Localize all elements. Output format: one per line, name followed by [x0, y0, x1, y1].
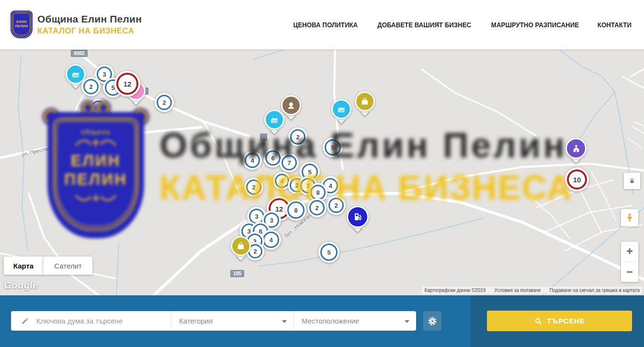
map-cluster-marker[interactable]: 2: [244, 178, 263, 197]
map-type-control: Карта Сателит: [4, 257, 92, 275]
header: ЕЛИН ПЕЛИН Община Елин Пелин КАТАЛОГ НА …: [0, 0, 644, 50]
map-cluster-marker[interactable]: 7: [280, 153, 299, 172]
gear-icon: [427, 316, 438, 326]
pencil-icon: [21, 316, 30, 325]
search-submit-label: ТЪРСЕНЕ: [547, 317, 585, 325]
search-submit-button[interactable]: ТЪРСЕНЕ: [487, 311, 632, 331]
keyword-field: [11, 311, 171, 331]
municipality-crest-icon: ЕЛИН ПЕЛИН: [11, 11, 33, 38]
chevron-down-icon: [282, 320, 287, 323]
map-pin-factory[interactable]: [331, 99, 351, 123]
advanced-search-button[interactable]: [423, 311, 441, 331]
google-map[interactable]: 6002105ул. Преславбул. „Новоселци3251222…: [0, 50, 644, 295]
search-fields-group: Категория Местоположение: [11, 311, 416, 331]
map-cluster-marker[interactable]: 4: [243, 151, 262, 170]
map-cluster-marker[interactable]: 5: [323, 137, 343, 157]
zoom-control: + −: [621, 242, 638, 282]
search-bar: Категория Местоположение ТЪРСЕНЕ: [0, 295, 644, 347]
map-cluster-marker[interactable]: 5: [318, 242, 339, 263]
padlock-icon: [628, 177, 636, 185]
attribution-report-link[interactable]: Подаване на сигнал за грешка в картата: [550, 288, 640, 293]
street-view-pegman-button[interactable]: [621, 209, 638, 226]
main-nav: ЦЕНОВА ПОЛИТИКА ДОБАВЕТЕ ВАШИЯТ БИЗНЕС М…: [292, 0, 633, 49]
site-subtitle: КАТАЛОГ НА БИЗНЕСА: [37, 26, 142, 36]
map-attribution: Картографски данни ©2019 Условия за полз…: [422, 287, 642, 294]
map-cluster-marker[interactable]: 2: [327, 196, 346, 215]
map-type-satellite-button[interactable]: Сателит: [43, 257, 92, 275]
map-pin-factory[interactable]: [264, 110, 284, 134]
google-logo[interactable]: Google: [4, 280, 38, 291]
pegman-icon: [624, 213, 635, 223]
map-cluster-marker[interactable]: 12: [114, 71, 140, 97]
map-cluster-marker[interactable]: 2: [81, 77, 101, 96]
lock-button[interactable]: [624, 173, 640, 189]
map-pin-church[interactable]: [565, 138, 587, 163]
crest-line1: ЕЛИН: [16, 20, 27, 24]
chevron-down-icon: [405, 320, 409, 323]
map-pin-bag[interactable]: [355, 91, 375, 116]
nav-add-business[interactable]: ДОБАВЕТЕ ВАШИЯТ БИЗНЕС: [377, 21, 471, 29]
site-title: Община Елин Пелин: [37, 13, 142, 25]
attribution-terms-link[interactable]: Условия за ползване: [494, 288, 541, 293]
zoom-out-button[interactable]: −: [621, 262, 638, 282]
map-cluster-marker[interactable]: 10: [565, 168, 589, 191]
map-cluster-marker[interactable]: 8: [285, 200, 306, 221]
keyword-input[interactable]: [35, 316, 171, 325]
site-logo[interactable]: ЕЛИН ПЕЛИН Община Елин Пелин КАТАЛОГ НА …: [11, 11, 142, 38]
map-pin-fuel[interactable]: [347, 206, 369, 232]
nav-contacts[interactable]: КОНТАКТИ: [598, 21, 632, 29]
map-cluster-marker[interactable]: [89, 99, 108, 118]
nav-pricing-policy[interactable]: ЦЕНОВА ПОЛИТИКА: [294, 21, 358, 29]
crest-line2: ПЕЛИН: [15, 24, 28, 29]
category-select-value: Категория: [179, 317, 213, 325]
map-type-map-button[interactable]: Карта: [4, 257, 43, 275]
zoom-in-button[interactable]: +: [621, 242, 638, 262]
location-select[interactable]: Местоположение: [294, 311, 416, 331]
nav-route-schedule[interactable]: МАРШРУТНО РАЗПИСАНИЕ: [491, 21, 579, 29]
map-cluster-marker[interactable]: 2: [307, 198, 327, 217]
marker-layer: 325122256475427482221283338432510: [0, 50, 644, 295]
attribution-copyright: Картографски данни ©2019: [424, 288, 486, 293]
location-select-value: Местоположение: [302, 317, 359, 325]
map-pin-bag[interactable]: [231, 236, 251, 260]
map-cluster-marker[interactable]: 2: [155, 93, 174, 112]
category-select[interactable]: Категория: [171, 311, 294, 331]
search-icon: [534, 317, 542, 325]
map-cluster-marker[interactable]: 2: [288, 127, 307, 146]
